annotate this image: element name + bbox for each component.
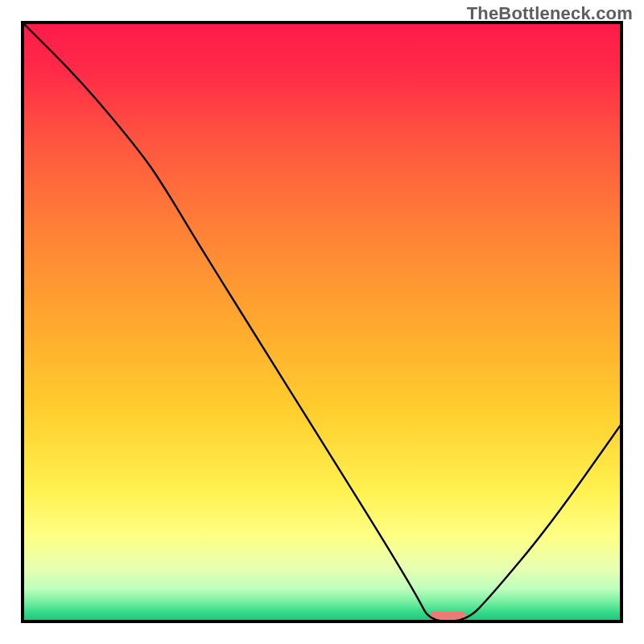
watermark-text: TheBottleneck.com — [467, 3, 633, 24]
plot-background — [23, 23, 621, 621]
bottleneck-chart — [0, 0, 644, 644]
chart-container: TheBottleneck.com — [0, 0, 644, 644]
